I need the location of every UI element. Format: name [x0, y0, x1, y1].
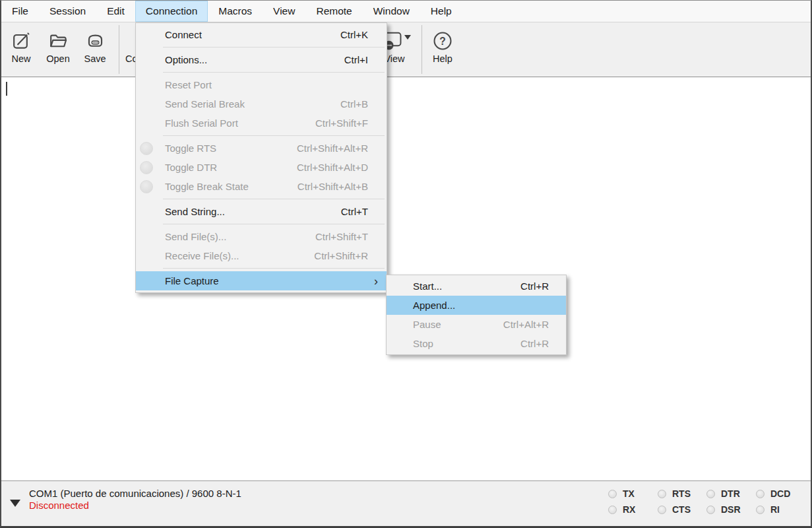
menu-item-shortcut: Ctrl+Shift+F — [302, 117, 368, 129]
toolbar-help-button[interactable]: ? Help — [425, 22, 460, 77]
menu-item-label: Start... — [413, 280, 442, 292]
menu-item-receive-files: Receive File(s)... Ctrl+Shift+R — [136, 246, 387, 265]
menu-bar: File Session Edit Connection Macros View… — [1, 1, 811, 22]
led-group-dcd-ri: DCD RI — [756, 486, 790, 517]
menu-item-shortcut: Ctrl+B — [327, 98, 368, 110]
menu-item-shortcut: Ctrl+I — [331, 54, 368, 65]
submenu-item-stop: Stop Ctrl+R — [387, 334, 566, 353]
status-bar: COM1 (Puerto de comunicaciones) / 9600 8… — [1, 480, 811, 527]
led-dsr — [706, 506, 715, 514]
menu-item-label: Send Serial Break — [165, 98, 245, 110]
menu-separator — [163, 47, 385, 48]
submenu-item-pause: Pause Ctrl+Alt+R — [387, 315, 566, 334]
help-icon: ? — [433, 30, 453, 52]
menu-item-shortcut: Ctrl+Shift+Alt+B — [284, 181, 368, 192]
menu-item-label: Pause — [413, 319, 441, 330]
menu-item-label: Reset Port — [165, 79, 212, 90]
menubar-item-connection[interactable]: Connection — [135, 1, 208, 22]
chevron-down-icon — [10, 500, 20, 507]
led-label: RI — [770, 504, 780, 515]
menu-item-label: Options... — [165, 54, 207, 65]
led-label: DTR — [721, 488, 740, 499]
menu-item-options[interactable]: Options... Ctrl+I — [136, 50, 387, 69]
led-label: DSR — [721, 504, 741, 515]
led-dcd — [756, 490, 765, 498]
menubar-item-file[interactable]: File — [1, 1, 39, 22]
port-selector-button[interactable] — [9, 498, 23, 510]
menu-item-shortcut: Ctrl+Shift+Alt+D — [284, 162, 368, 173]
menu-item-shortcut: Ctrl+K — [327, 29, 368, 40]
menu-item-shortcut: Ctrl+R — [507, 280, 549, 292]
menu-item-send-string[interactable]: Send String... Ctrl+T — [136, 202, 387, 221]
led-rts — [658, 490, 666, 498]
toolbar-save-button[interactable]: Save — [75, 22, 115, 77]
menu-item-label: Toggle Break State — [165, 181, 249, 192]
menu-item-label: Send String... — [165, 206, 225, 217]
new-document-icon — [11, 30, 32, 52]
menu-item-reset-port: Reset Port — [136, 75, 387, 94]
led-label: DCD — [770, 488, 790, 499]
led-group-tx-rx: TX RX — [608, 486, 635, 517]
menu-item-label: Connect — [165, 29, 202, 40]
menu-item-send-files: Send File(s)... Ctrl+Shift+T — [136, 227, 387, 246]
led-label: RTS — [672, 488, 691, 499]
menu-separator — [163, 199, 385, 199]
menubar-item-help[interactable]: Help — [420, 1, 462, 22]
menu-item-label: Toggle RTS — [165, 143, 216, 154]
toolbar-button-label: Open — [46, 53, 69, 64]
toolbar-new-button[interactable]: New — [3, 22, 40, 77]
menubar-item-edit[interactable]: Edit — [96, 1, 135, 22]
menu-item-send-serial-break: Send Serial Break Ctrl+B — [136, 94, 387, 114]
menu-item-shortcut: Ctrl+T — [328, 206, 368, 217]
menubar-item-window[interactable]: Window — [363, 1, 420, 22]
connection-menu: Connect Ctrl+K Options... Ctrl+I Reset P… — [135, 22, 387, 293]
toggle-indicator-icon — [140, 161, 153, 174]
menu-item-shortcut: Ctrl+R — [507, 338, 549, 349]
menubar-item-session[interactable]: Session — [39, 1, 96, 22]
toggle-indicator-icon — [140, 180, 153, 193]
submenu-arrow-icon: › — [374, 275, 378, 287]
menu-item-flush-serial-port: Flush Serial Port Ctrl+Shift+F — [136, 114, 387, 133]
toolbar-button-label: Help — [433, 53, 453, 64]
menu-item-toggle-rts: Toggle RTS Ctrl+Shift+Alt+R — [136, 139, 387, 158]
menu-separator — [163, 224, 385, 224]
menu-separator — [163, 72, 385, 73]
menu-item-connect[interactable]: Connect Ctrl+K — [136, 25, 387, 44]
toolbar-open-button[interactable]: Open — [40, 22, 77, 77]
menu-item-label: Send File(s)... — [165, 231, 226, 242]
led-rx — [608, 506, 617, 514]
submenu-item-append[interactable]: Append... — [387, 296, 566, 315]
text-cursor — [6, 82, 7, 96]
connection-status: Disconnected — [29, 500, 241, 512]
submenu-item-start[interactable]: Start... Ctrl+R — [387, 277, 566, 296]
toolbar-separator — [422, 25, 422, 74]
connection-info: COM1 (Puerto de comunicaciones) / 9600 8… — [29, 488, 241, 512]
menu-item-shortcut: Ctrl+Alt+R — [490, 319, 549, 330]
menu-item-label: Stop — [413, 338, 433, 349]
menubar-item-macros[interactable]: Macros — [208, 1, 263, 22]
menu-item-label: Receive File(s)... — [165, 250, 239, 261]
menubar-item-view[interactable]: View — [263, 1, 305, 22]
led-group-dtr-dsr: DTR DSR — [706, 486, 741, 517]
led-ri — [756, 506, 765, 514]
led-group-rts-cts: RTS CTS — [658, 486, 691, 517]
led-label: RX — [623, 504, 635, 515]
toolbar: New Open Save — [1, 22, 811, 77]
menu-separator — [163, 268, 385, 269]
menu-item-shortcut: Ctrl+Shift+R — [301, 250, 368, 261]
menu-item-shortcut: Ctrl+Shift+T — [302, 231, 368, 242]
menu-item-shortcut: Ctrl+Shift+Alt+R — [284, 143, 368, 154]
open-folder-icon — [48, 30, 69, 52]
toolbar-button-label: View — [384, 53, 404, 64]
menubar-item-remote[interactable]: Remote — [305, 1, 362, 22]
menu-item-label: Append... — [413, 300, 455, 311]
menu-item-label: File Capture — [165, 275, 219, 286]
menu-item-toggle-break-state: Toggle Break State Ctrl+Shift+Alt+B — [136, 177, 387, 196]
menu-item-label: Toggle DTR — [165, 162, 217, 173]
led-cts — [658, 506, 666, 514]
toolbar-separator — [119, 25, 119, 74]
led-tx — [608, 490, 617, 498]
save-drive-icon — [85, 30, 106, 52]
menu-item-toggle-dtr: Toggle DTR Ctrl+Shift+Alt+D — [136, 158, 387, 177]
menu-item-file-capture[interactable]: File Capture › — [136, 271, 387, 290]
